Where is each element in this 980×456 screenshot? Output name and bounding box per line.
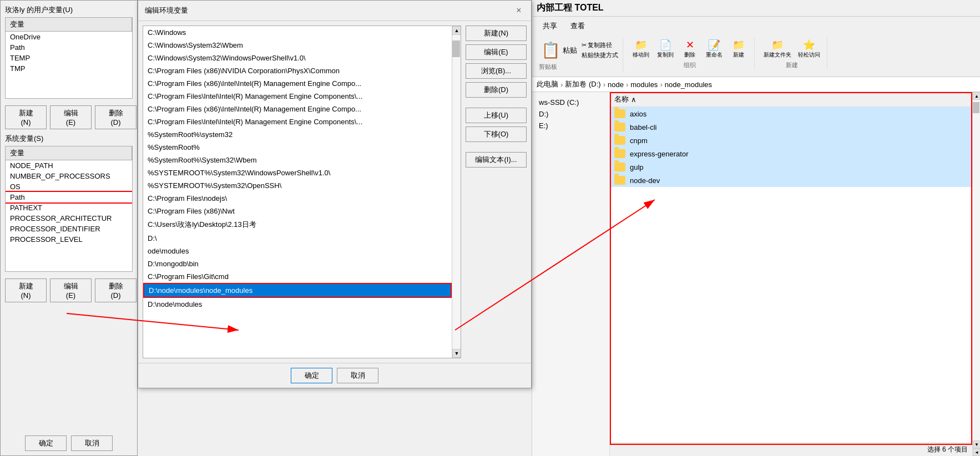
- sys-new-btn[interactable]: 新建(N): [5, 278, 47, 302]
- explorer-sidebar: ws-SSD (C:) D:) E:): [532, 92, 610, 456]
- path-item-9[interactable]: %SystemRoot%: [143, 141, 452, 154]
- user-delete-btn[interactable]: 删除(D): [95, 105, 137, 129]
- env-ok-btn[interactable]: 确定: [25, 435, 67, 451]
- path-item-20-selected[interactable]: D:\node\modules\node_modules: [143, 283, 452, 298]
- user-var-name-path: Path: [10, 43, 128, 52]
- file-item-express[interactable]: express-generator: [610, 147, 972, 160]
- sys-var-row-num-proc[interactable]: NUMBER_OF_PROCESSORS: [6, 171, 132, 181]
- sys-edit-btn[interactable]: 编辑(E): [50, 278, 92, 302]
- file-item-babel-cli[interactable]: babel-cli: [610, 120, 972, 134]
- path-item-7[interactable]: C:\Program Files\Intel\Intel(R) Manageme…: [143, 115, 452, 128]
- copy-to-btn[interactable]: 📄 复制到: [654, 38, 676, 60]
- path-new-btn[interactable]: 新建(N): [466, 26, 527, 41]
- path-item-12[interactable]: %SYSTEMROOT%\System32\OpenSSH\: [143, 179, 452, 192]
- user-new-btn[interactable]: 新建(N): [5, 105, 47, 129]
- sys-var-row-proc-id[interactable]: PROCESSOR_IDENTIFIER: [6, 224, 132, 234]
- scroll-up-btn[interactable]: ▲: [452, 26, 461, 35]
- easy-access-label: 轻松访问: [798, 51, 820, 59]
- sidebar-item-c[interactable]: ws-SSD (C:): [534, 97, 607, 108]
- folder-icon-express: [614, 149, 625, 158]
- name-col-header[interactable]: 名称 ∧: [614, 94, 968, 104]
- sys-var-row-proc-lvl[interactable]: PROCESSOR_LEVEL: [6, 234, 132, 245]
- user-var-row-temp[interactable]: TEMP: [6, 53, 132, 63]
- copy-path-btn[interactable]: ✂ 复制路径: [582, 40, 618, 50]
- paste-shortcut-btn[interactable]: 粘贴快捷方式: [582, 50, 618, 60]
- scroll-down-btn[interactable]: ▼: [452, 349, 461, 358]
- path-item-10[interactable]: %SystemRoot%\System32\Wbem: [143, 154, 452, 166]
- sys-var-name-os: OS: [10, 183, 128, 191]
- path-item-15[interactable]: C:\Users\玫洛ly\Desktop\2.13日考: [143, 217, 452, 232]
- sys-var-row-proc-arch[interactable]: PROCESSOR_ARCHITECTUR: [6, 213, 132, 224]
- file-item-node-dev[interactable]: node-dev: [610, 174, 972, 187]
- sys-delete-btn[interactable]: 删除(D): [95, 278, 137, 302]
- user-var-row-onedrive[interactable]: OneDrive: [6, 32, 132, 42]
- breadcrumb: 此电脑 › 新加卷 (D:) › node › modules › node_m…: [537, 79, 712, 89]
- file-item-axios[interactable]: axios: [610, 107, 972, 120]
- path-item-14[interactable]: C:\Program Files (x86)\Nwt: [143, 205, 452, 217]
- rename-btn[interactable]: 📝 重命名: [703, 38, 725, 60]
- path-item-5[interactable]: C:\Program Files\Intel\Intel(R) Manageme…: [143, 90, 452, 103]
- dialog-ok-btn[interactable]: 确定: [291, 368, 332, 383]
- user-var-row-path[interactable]: Path: [6, 42, 132, 53]
- path-moveup-btn[interactable]: 上移(U): [466, 108, 527, 123]
- explorer-scroll-left[interactable]: ◄: [973, 448, 980, 456]
- explorer-scroll-down[interactable]: ▼: [973, 440, 980, 448]
- breadcrumb-drive[interactable]: 新加卷 (D:): [565, 79, 600, 89]
- sys-var-row-path[interactable]: Path: [6, 192, 132, 202]
- path-item-6[interactable]: C:\Program Files (x86)\Intel\Intel(R) Ma…: [143, 103, 452, 115]
- path-item-16[interactable]: D:\: [143, 232, 452, 245]
- breadcrumb-node[interactable]: node: [608, 80, 624, 89]
- path-edit-btn[interactable]: 编辑(E): [466, 44, 527, 60]
- explorer-title: 内部工程 TOTEL: [537, 2, 604, 14]
- dialog-close-btn[interactable]: ×: [513, 5, 524, 16]
- system-vars-col-header: 变量: [6, 146, 132, 160]
- breadcrumb-pc[interactable]: 此电脑: [537, 79, 558, 89]
- path-item-17[interactable]: ode\modules: [143, 245, 452, 257]
- sidebar-item-d[interactable]: D:): [534, 108, 607, 120]
- explorer-scroll-thumb[interactable]: [973, 102, 979, 113]
- user-var-row-tmp[interactable]: TMP: [6, 63, 132, 74]
- path-item-4[interactable]: C:\Program Files (x86)\Intel\Intel(R) Ma…: [143, 77, 452, 90]
- sys-var-row-os[interactable]: OS: [6, 181, 132, 192]
- explorer-main: ws-SSD (C:) D:) E:) 名称 ∧ axios: [532, 92, 980, 456]
- path-delete-btn[interactable]: 删除(D): [466, 82, 527, 98]
- path-item-0[interactable]: C:\Windows: [143, 26, 452, 39]
- new-folder-btn[interactable]: 📁 新建: [728, 38, 750, 60]
- sys-var-row-node-path[interactable]: NODE_PATH: [6, 160, 132, 171]
- file-item-cnpm[interactable]: cnpm: [610, 134, 972, 147]
- new-item-btn[interactable]: 📁 新建文件夹: [761, 38, 794, 60]
- ribbon-tab-view[interactable]: 查看: [564, 19, 591, 33]
- path-item-3[interactable]: C:\Program Files (x86)\NVIDIA Corporatio…: [143, 64, 452, 77]
- path-item-13[interactable]: C:\Program Files\nodejs\: [143, 192, 452, 205]
- path-movedown-btn[interactable]: 下移(O): [466, 126, 527, 142]
- path-item-11[interactable]: %SYSTEMROOT%\System32\WindowsPowerShell\…: [143, 166, 452, 179]
- scroll-thumb[interactable]: [452, 40, 460, 57]
- path-item-8[interactable]: %SystemRoot%\system32: [143, 128, 452, 141]
- path-item-1[interactable]: C:\Windows\System32\Wbem: [143, 39, 452, 52]
- user-vars-table: 变量 OneDrive Path TEMP TMP: [5, 17, 133, 99]
- explorer-scroll-up[interactable]: ▲: [973, 92, 980, 100]
- path-edittext-btn[interactable]: 编辑文本(I)...: [466, 152, 527, 168]
- breadcrumb-node-modules[interactable]: node_modules: [665, 80, 712, 89]
- delete-btn[interactable]: ✕ 删除: [679, 38, 701, 60]
- easy-access-btn[interactable]: ⭐ 轻松访问: [796, 38, 822, 60]
- file-item-name-cnpm: cnpm: [630, 136, 968, 145]
- paste-btn[interactable]: 📋 粘贴: [539, 39, 579, 62]
- sys-var-row-pathext[interactable]: PATHEXT: [6, 202, 132, 213]
- env-cancel-btn[interactable]: 取消: [71, 435, 113, 451]
- file-item-gulp[interactable]: gulp: [610, 160, 972, 174]
- breadcrumb-modules[interactable]: modules: [630, 80, 658, 89]
- sidebar-item-e[interactable]: E:): [534, 120, 607, 131]
- system-vars-header: 变量: [6, 146, 132, 160]
- path-list-scrollbar[interactable]: ▲ ▼: [452, 26, 461, 358]
- user-edit-btn[interactable]: 编辑(E): [50, 105, 92, 129]
- ribbon-tab-share[interactable]: 共享: [537, 19, 563, 33]
- path-item-2[interactable]: C:\Windows\System32\WindowsPowerShell\v1…: [143, 52, 452, 64]
- path-browse-btn[interactable]: 浏览(B)...: [466, 63, 527, 79]
- folder-icon-gulp: [614, 163, 625, 171]
- move-to-btn[interactable]: 📁 移动到: [630, 38, 652, 60]
- path-item-21[interactable]: D:\node\modules: [143, 298, 452, 311]
- path-item-19[interactable]: C:\Program Files\Git\cmd: [143, 270, 452, 283]
- dialog-cancel-btn[interactable]: 取消: [337, 368, 378, 383]
- path-item-18[interactable]: D:\mongodb\bin: [143, 257, 452, 270]
